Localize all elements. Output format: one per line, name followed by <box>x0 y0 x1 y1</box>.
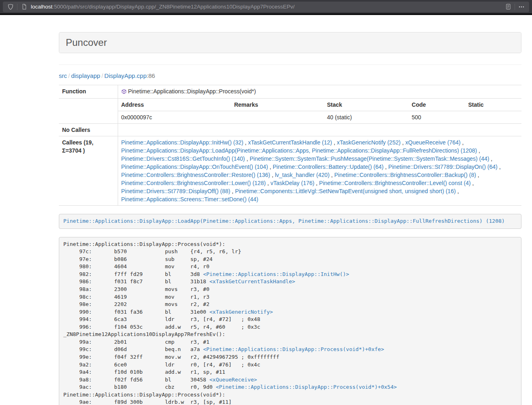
asm-line: 994: 6ca3 ldr r3, [r4, #72] ; 0x48 <box>63 316 517 323</box>
asm-text: 99a: 2b01 cmp r3, #1 <box>63 339 209 345</box>
asm-text: 9a8: f02f fd56 bl 30458 <box>63 377 209 383</box>
asm-line: 98a: 2300 movs r3, #0 <box>63 286 517 293</box>
function-name: Pinetime::Applications::DisplayApp::Proc… <box>128 88 256 95</box>
callees-label: Callees (19, Σ=3704 ) <box>59 136 118 206</box>
breadcrumb-src[interactable]: src <box>59 72 67 79</box>
asm-line: 99a: 2b01 cmp r3, #1 <box>63 338 517 346</box>
page-actions-icon[interactable] <box>517 2 526 11</box>
asm-symbol-link[interactable]: <xQueueReceive> <box>209 377 257 383</box>
asm-text: 98e: 2202 movs r2, #2 <box>63 301 209 307</box>
function-stats-table: Address Remarks Stack Code Static 0x0000… <box>118 99 522 123</box>
shield-icon[interactable] <box>6 2 15 11</box>
asm-symbol-link[interactable]: <xTaskGetCurrentTaskHandle> <box>209 278 295 284</box>
breadcrumb-separator: / <box>100 72 104 79</box>
asm-line: 99c: d06d beq.n a7a <Pinetime::Applicati… <box>63 346 517 353</box>
page-title: Puncover <box>59 32 521 53</box>
asm-symbol-link[interactable]: <Pinetime::Applications::DisplayApp::Ini… <box>203 271 349 277</box>
asm-text: 994: 6ca3 ldr r3, [r4, #72] ; 0x48 <box>63 316 260 322</box>
asm-text: 9a4: f10d 010b add.w r1, sp, #11 <box>63 369 225 375</box>
callee-link[interactable]: Pinetime::Controllers::BrightnessControl… <box>121 172 270 178</box>
asm-text: 98c: 4619 mov r1, r3 <box>63 294 209 300</box>
asm-text: 97e: b086 sub sp, #24 <box>63 256 213 262</box>
asm-text: _ZN8Pinetime12Applications10DisplayApp7R… <box>63 331 225 337</box>
callee-link[interactable]: Pinetime::Drivers::Cst816S::GetTouchInfo… <box>121 155 245 162</box>
asm-text: 986: f031 f8c7 bl 31b18 <box>63 278 209 284</box>
asm-line: Pinetime::Applications::DisplayApp::Proc… <box>63 241 517 248</box>
breadcrumb-displayapp[interactable]: displayapp <box>71 72 100 79</box>
column-header-code: Code <box>409 99 465 111</box>
static-value <box>465 111 521 124</box>
breadcrumb-file[interactable]: DisplayApp.cpp <box>104 72 146 79</box>
asm-line: 97e: b086 sub sp, #24 <box>63 256 517 263</box>
callee-link[interactable]: Pinetime::Controllers::BrightnessControl… <box>121 180 266 186</box>
callee-link[interactable]: Pinetime::Controllers::BrightnessControl… <box>319 180 470 186</box>
asm-text: 97c: b570 push {r4, r5, r6, lr} <box>63 248 241 254</box>
asm-symbol-link[interactable]: <Pinetime::Applications::DisplayApp::Pro… <box>203 346 384 352</box>
asm-line: 9a2: 6ce0 ldr r0, [r4, #76] ; 0x4c <box>63 361 517 369</box>
address-bar[interactable]: localhost:5000/path/src/displayapp/Displ… <box>3 2 529 12</box>
callee-link[interactable]: Pinetime::Drivers::St7789::DisplayOn() (… <box>388 164 498 170</box>
breadcrumb: src/displayapp/DisplayApp.cpp:86 <box>59 71 521 80</box>
callees-list: Pinetime::Applications::DisplayApp::Init… <box>118 136 521 206</box>
asm-line: 97c: b570 push {r4, r5, r6, lr} <box>63 248 517 256</box>
snippet-block: Pinetime::Applications::DisplayApp::Load… <box>59 214 521 229</box>
asm-line: 996: f104 053c add.w r5, r4, #60 ; 0x3c <box>63 323 517 331</box>
breadcrumb-line-number: :86 <box>146 72 155 79</box>
asm-line: 9a8: f02f fd56 bl 30458 <xQueueReceive> <box>63 376 517 384</box>
callee-link[interactable]: xTaskGenericNotify (252) <box>337 139 401 146</box>
asm-text: 98a: 2300 movs r3, #0 <box>63 286 209 292</box>
column-header-stack: Stack <box>324 99 409 111</box>
stack-value: 40 (static) <box>324 111 409 124</box>
asm-text: 99c: d06d beq.n a7a <box>63 346 203 352</box>
snippet-link[interactable]: Pinetime::Applications::DisplayApp::Load… <box>63 218 505 224</box>
callee-link[interactable]: Pinetime::System::SystemTask::PushMessag… <box>250 155 489 162</box>
asm-text: 9ac: b180 cbz r0, 9d0 <box>63 384 216 390</box>
asm-line: 986: f031 f8c7 bl 31b18 <xTaskGetCurrent… <box>63 278 517 286</box>
function-label: Function <box>59 85 118 99</box>
asm-line: 99e: f04f 32ff mov.w r2, #4294967295 ; 0… <box>63 353 517 361</box>
url-path: :5000/path/src/displayapp/DisplayApp.cpp… <box>52 4 295 10</box>
toolbar-divider <box>515 4 515 10</box>
remarks-value <box>231 111 324 124</box>
page-info-icon[interactable] <box>19 2 28 11</box>
asm-symbol-link[interactable]: <Pinetime::Applications::DisplayApp::Pro… <box>216 384 397 390</box>
asm-line: _ZN8Pinetime12Applications10DisplayApp7R… <box>63 331 517 338</box>
callee-link[interactable]: Pinetime::Applications::DisplayApp::Init… <box>121 139 243 146</box>
callee-link[interactable]: Pinetime::Controllers::Battery::Update()… <box>273 164 383 170</box>
callee-link[interactable]: Pinetime::Applications::Screens::Timer::… <box>121 196 258 202</box>
url-host: localhost <box>31 4 52 10</box>
callee-link[interactable]: Pinetime::Controllers::BrightnessControl… <box>334 172 476 178</box>
asm-line: 9a4: f10d 010b add.w r1, sp, #11 <box>63 368 517 376</box>
code-value: 500 <box>409 111 465 124</box>
asm-line: 982: f7ff fd29 bl 3d8 <Pinetime::Applica… <box>63 271 517 278</box>
asm-line: 98e: 2202 movs r2, #2 <box>63 301 517 308</box>
asm-text: 980: 4604 mov r4, r0 <box>63 263 209 269</box>
reader-mode-icon[interactable] <box>504 2 513 11</box>
callee-link[interactable]: xQueueReceive (764) <box>405 139 461 146</box>
callee-link[interactable]: Pinetime::Drivers::St7789::DisplayOff() … <box>121 188 230 194</box>
toolbar-divider <box>17 4 17 10</box>
callee-link[interactable]: Pinetime::Applications::DisplayApp::OnTo… <box>121 164 268 170</box>
browser-toolbar: localhost:5000/path/src/displayapp/Displ… <box>0 0 532 13</box>
asm-text: 996: f104 053c add.w r5, r4, #60 ; 0x3c <box>63 324 260 330</box>
asm-symbol-link[interactable]: <xTaskGenericNotify> <box>209 309 273 315</box>
callee-link[interactable]: vTaskDelay (176) <box>271 180 314 186</box>
asm-text: 990: f031 fa36 bl 31e00 <box>63 309 209 315</box>
address-value: 0x0000097c <box>118 111 231 124</box>
asm-line: 980: 4604 mov r4, r0 <box>63 263 517 271</box>
asm-line: 98c: 4619 mov r1, r3 <box>63 293 517 301</box>
table-row: 0x0000097c 40 (static) 500 <box>118 111 522 124</box>
asm-text: 99e: f04f 32ff mov.w r2, #4294967295 ; 0… <box>63 354 279 360</box>
function-row: Function Pinetime::Applications::Display… <box>59 85 521 99</box>
asm-line: 9ae: f89d 300b ldrb.w r3, [sp, #11] <box>63 399 517 405</box>
divider-rule <box>59 65 521 65</box>
callee-link[interactable]: xTaskGetCurrentTaskHandle (12) <box>248 139 332 146</box>
function-detail-table: Function Pinetime::Applications::Display… <box>59 85 521 206</box>
asm-text: 982: f7ff fd29 bl 3d8 <box>63 271 203 277</box>
callee-link[interactable]: Pinetime::Components::LittleVgl::SetNewT… <box>235 188 456 194</box>
callee-link[interactable]: Pinetime::Applications::DisplayApp::Load… <box>121 147 477 154</box>
asm-line: 990: f031 fa36 bl 31e00 <xTaskGenericNot… <box>63 308 517 316</box>
url-text[interactable]: localhost:5000/path/src/displayapp/Displ… <box>31 4 504 10</box>
assembly-code: Pinetime::Applications::DisplayApp::Proc… <box>59 237 521 405</box>
callee-link[interactable]: lv_task_handler (420) <box>275 172 330 178</box>
